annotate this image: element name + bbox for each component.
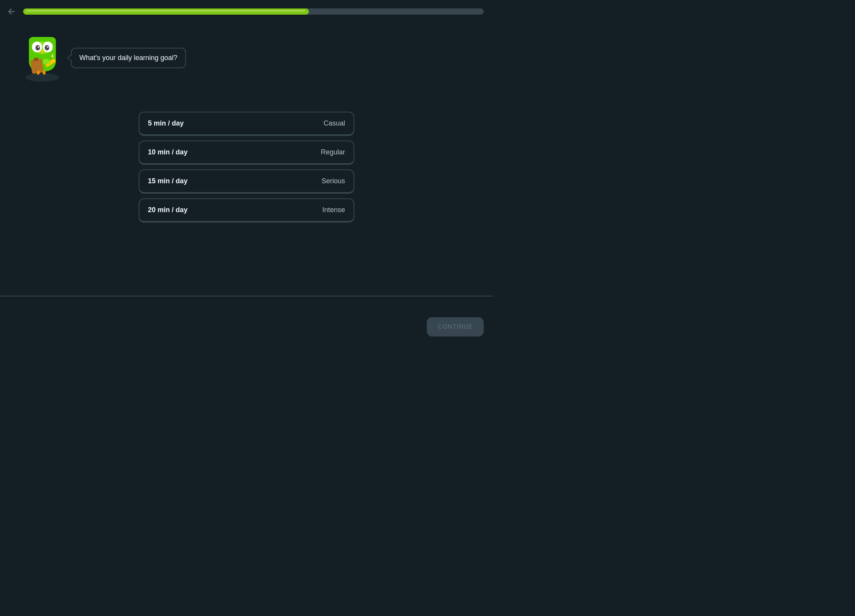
owl-icon: [24, 37, 60, 79]
svg-point-6: [47, 46, 49, 48]
option-duration: 10 min / day: [148, 148, 188, 156]
back-button[interactable]: [7, 7, 16, 16]
speech-bubble: What's your daily learning goal?: [71, 48, 186, 68]
option-label: Regular: [321, 148, 345, 156]
option-duration: 15 min / day: [148, 177, 188, 185]
svg-point-4: [45, 45, 49, 50]
goal-option-casual[interactable]: 5 min / day Casual: [139, 112, 354, 136]
option-label: Serious: [322, 177, 345, 185]
option-duration: 5 min / day: [148, 119, 184, 127]
goal-option-intense[interactable]: 20 min / day Intense: [139, 198, 354, 223]
option-duration: 20 min / day: [148, 206, 188, 214]
footer: CONTINUE: [0, 296, 493, 357]
continue-button[interactable]: CONTINUE: [427, 317, 484, 336]
header-bar: [0, 0, 493, 23]
prompt-text: What's your daily learning goal?: [79, 54, 178, 62]
svg-rect-8: [34, 57, 39, 61]
option-label: Intense: [322, 206, 345, 214]
arrow-left-icon: [7, 7, 16, 16]
goal-options: 5 min / day Casual 10 min / day Regular …: [139, 112, 354, 223]
svg-rect-7: [30, 59, 44, 74]
mascot-section: What's your daily learning goal?: [0, 23, 493, 81]
goal-option-regular[interactable]: 10 min / day Regular: [139, 141, 354, 165]
mascot-avatar: [23, 35, 62, 81]
svg-point-5: [38, 46, 39, 48]
goal-option-serious[interactable]: 15 min / day Serious: [139, 169, 354, 194]
progress-bar: [23, 8, 484, 15]
progress-fill: [23, 8, 309, 15]
option-label: Casual: [324, 119, 345, 127]
svg-point-3: [35, 45, 40, 50]
